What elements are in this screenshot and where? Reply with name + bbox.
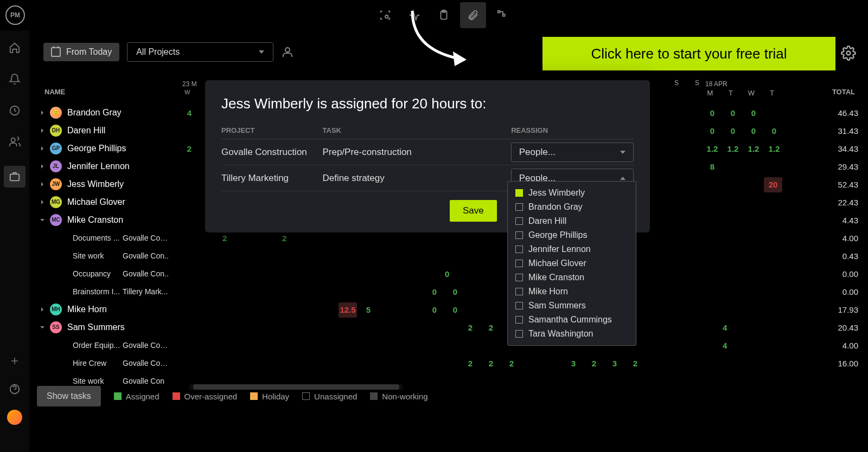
person-name: Michael Glover [67,197,125,207]
chevron-icon[interactable] [39,109,46,116]
chevron-icon[interactable] [39,306,46,313]
task-name: Order Equip... [73,341,123,350]
people-option-name: Mike Horn [528,287,568,296]
clock-icon[interactable] [7,103,22,118]
chevron-down-icon [259,50,264,54]
app-logo[interactable]: PM [5,5,25,25]
people-option[interactable]: Brandon Gray [508,200,636,214]
checkbox[interactable] [515,217,523,225]
chevron-icon[interactable] [39,324,46,331]
flow-icon[interactable] [489,2,515,28]
chevron-icon[interactable] [39,127,46,134]
person-row[interactable]: MHMike Horn [29,300,179,318]
person-row[interactable]: SSSam Summers [29,318,179,336]
people-option[interactable]: George Phillips [508,228,636,242]
people-option[interactable]: Tara Washington [508,327,636,341]
checkbox[interactable] [515,288,523,295]
task-name: Hire Crew [73,359,123,367]
checkbox[interactable] [515,189,523,197]
checkbox[interactable] [515,231,523,239]
people-option[interactable]: Mike Cranston [508,270,636,285]
checkbox[interactable] [515,260,523,267]
person-row[interactable]: JLJennifer Lennon [29,157,179,175]
checkbox[interactable] [515,330,523,338]
chevron-icon[interactable] [39,163,46,170]
people-filter-icon[interactable] [281,46,294,59]
home-icon[interactable] [7,40,22,55]
people-option[interactable]: Michael Glover [508,256,636,270]
svg-point-8 [285,48,290,52]
task-row[interactable]: OccupancyGovalle Con.. [29,264,179,282]
help-icon[interactable] [7,382,22,397]
person-row[interactable]: GPGeorge Phillips [29,139,179,157]
checkbox[interactable] [515,316,523,324]
people-option[interactable]: Mike Horn [508,285,636,299]
checkbox[interactable] [515,274,523,281]
chevron-icon[interactable] [39,181,46,188]
modal-row: Govalle Construction Prep/Pre-constructi… [221,139,634,165]
chevron-up-icon [620,177,626,180]
person-row[interactable]: DHDaren Hill [29,121,179,139]
person-name: George Phillips [67,144,126,153]
checkbox[interactable] [515,203,523,211]
gear-icon[interactable] [841,46,858,63]
calendar-icon [51,47,61,57]
chevron-icon[interactable] [39,145,46,152]
briefcase-icon[interactable] [4,166,25,188]
people-option-name: Sam Summers [528,301,586,311]
people-option[interactable]: Sam Summers [508,299,636,313]
show-tasks-button[interactable]: Show tasks [37,386,101,406]
legend-over-assigned: Over-assigned [173,392,238,401]
person-name: Jennifer Lennon [67,162,130,171]
person-row[interactable]: MGMichael Glover [29,193,179,211]
plus-icon[interactable] [7,353,22,369]
task-name: Brainstorm I... [73,287,123,296]
people-option[interactable]: Samantha Cummings [508,313,636,327]
people-option-name: Tara Washington [528,329,593,339]
person-row[interactable]: 🙂Brandon Gray [29,104,179,121]
task-name: Documents ... [73,234,123,242]
task-row[interactable]: Brainstorm I...Tillery Mark... [29,282,179,300]
svg-point-5 [11,138,15,142]
task-row[interactable]: Documents ...Govalle Con... [29,229,179,247]
activity-icon[interactable] [401,2,427,28]
people-option-name: Brandon Gray [528,202,583,212]
task-row[interactable]: Site workGovalle Con.. [29,247,179,264]
bell-icon[interactable] [7,72,22,87]
people-icon[interactable] [7,134,22,150]
task-name: Occupancy [73,269,123,278]
reassign-dropdown[interactable]: People... [511,143,634,162]
task-project: Govalle Con... [123,359,170,367]
modal-header-reassign: REASSIGN [511,126,634,134]
people-option[interactable]: Jennifer Lennon [508,242,636,256]
checkbox[interactable] [515,246,523,253]
chevron-icon[interactable] [39,217,46,223]
person-row[interactable]: JWJess Wimberly [29,175,179,193]
people-option[interactable]: Jess Wimberly [508,186,636,200]
task-row[interactable]: Order Equip...Govalle Con... [29,336,179,354]
people-option-name: Daren Hill [528,216,566,226]
legend-assigned: Assigned [114,392,159,401]
clipboard-icon[interactable] [431,2,457,28]
legend-nonworking: Non-working [370,392,427,401]
person-row[interactable]: MCMike Cranston [29,211,179,229]
project-dropdown-label: All Projects [136,47,180,57]
person-name: Mike Horn [67,305,107,314]
people-option-name: Michael Glover [528,259,586,268]
person-name: Daren Hill [67,126,105,135]
modal-title: Jess Wimberly is assigned for 20 hours t… [221,95,634,112]
project-dropdown[interactable]: All Projects [127,42,273,62]
task-row[interactable]: Hire CrewGovalle Con... [29,354,179,372]
task-project: Govalle Con... [123,234,170,242]
from-today-button[interactable]: From Today [43,43,119,61]
save-button[interactable]: Save [450,200,497,222]
scan-icon[interactable] [372,2,398,28]
chevron-icon[interactable] [39,199,46,205]
free-trial-banner[interactable]: Click here to start your free trial [542,37,835,70]
task-name: Site work [73,251,123,260]
name-column: NAME 🙂Brandon GrayDHDaren HillGPGeorge P… [29,80,179,403]
people-option[interactable]: Daren Hill [508,214,636,228]
checkbox[interactable] [515,302,523,309]
user-avatar[interactable] [7,410,22,425]
attachment-icon[interactable] [460,2,486,28]
